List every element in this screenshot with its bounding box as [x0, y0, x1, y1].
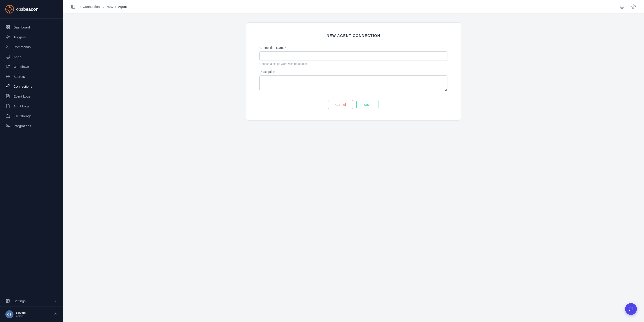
- form-card: NEW AGENT CONNECTION Connection Name* Ch…: [246, 22, 461, 121]
- breadcrumb-sep2: ›: [103, 4, 104, 9]
- breadcrumb-sep3: ›: [115, 4, 116, 9]
- svg-marker-10: [6, 35, 10, 39]
- breadcrumb-new[interactable]: New: [106, 5, 113, 8]
- svg-rect-8: [6, 27, 8, 29]
- description-input[interactable]: [260, 75, 448, 91]
- git-branch-icon: [6, 64, 10, 69]
- clipboard-icon: [6, 104, 10, 108]
- svg-point-26: [8, 301, 8, 302]
- sidebar-item-workflows[interactable]: Workflows: [0, 62, 63, 71]
- avatar: OB: [6, 310, 14, 319]
- form-title: NEW AGENT CONNECTION: [260, 34, 448, 38]
- svg-point-1: [8, 7, 12, 11]
- connection-name-hint: Choose a single word with no spaces.: [260, 62, 448, 65]
- monitor-icon: [6, 54, 10, 59]
- settings-button[interactable]: [630, 3, 638, 11]
- sidebar-item-file-storage[interactable]: File Storage: [0, 111, 63, 121]
- folder-icon: [6, 113, 10, 118]
- settings-icon: [6, 299, 10, 303]
- breadcrumb-sep: ›: [80, 5, 81, 8]
- svg-rect-27: [72, 5, 75, 8]
- sidebar-item-secrets[interactable]: Secrets: [0, 71, 63, 81]
- sidebar-item-event-logs[interactable]: Event Logs: [0, 91, 63, 101]
- svg-rect-7: [8, 25, 10, 27]
- save-button[interactable]: Save: [356, 100, 379, 109]
- description-label: Description: [260, 70, 448, 73]
- sidebar-item-audit-logs[interactable]: Audit Logs: [0, 101, 63, 111]
- sidebar-item-dashboard[interactable]: Dashboard: [0, 22, 63, 32]
- sidebar-item-label: Secrets: [14, 75, 25, 78]
- connection-name-label: Connection Name*: [260, 46, 448, 49]
- svg-rect-29: [620, 5, 624, 8]
- user-name: Sevket: [16, 311, 26, 315]
- asterisk-icon: [6, 74, 10, 79]
- sidebar-item-label: Integrations: [14, 124, 31, 128]
- cancel-button[interactable]: Cancel: [328, 100, 354, 109]
- sidebar: opsbeacon Dashboard Triggers Commands: [0, 0, 63, 322]
- zap-icon: [6, 34, 10, 39]
- sidebar-item-triggers[interactable]: Triggers: [0, 32, 63, 42]
- sidebar-item-label: Connections: [14, 84, 32, 88]
- sidebar-item-commands[interactable]: Commands: [0, 42, 63, 52]
- breadcrumb-connections[interactable]: Connections: [83, 5, 102, 8]
- logo: opsbeacon: [0, 0, 63, 19]
- user-details: Sevket admin: [16, 311, 26, 318]
- terminal-panel-button[interactable]: [618, 3, 626, 11]
- main-content: › Connections › New › Agent NEW AGENT CO…: [63, 0, 644, 322]
- sidebar-item-label: Audit Logs: [14, 104, 30, 108]
- svg-point-17: [6, 67, 8, 68]
- logo-text: opsbeacon: [16, 7, 38, 12]
- users-icon: [6, 123, 10, 128]
- sidebar-footer: OB Sevket admin: [0, 307, 63, 322]
- grid-icon: [6, 25, 10, 29]
- sidebar-item-label: Apps: [14, 55, 21, 59]
- svg-rect-9: [8, 27, 10, 29]
- form-actions: Cancel Save: [260, 100, 448, 109]
- svg-rect-6: [6, 25, 8, 27]
- chevron-right-icon: [54, 299, 58, 303]
- sidebar-item-label: Commands: [14, 45, 31, 49]
- sidebar-item-label: Dashboard: [14, 25, 30, 29]
- sidebar-toggle-button[interactable]: [69, 3, 77, 11]
- sidebar-item-settings[interactable]: Settings: [0, 295, 63, 307]
- description-group: Description: [260, 70, 448, 92]
- expand-icon[interactable]: [54, 312, 58, 317]
- file-text-icon: [6, 94, 10, 99]
- topbar: › Connections › New › Agent: [63, 0, 644, 13]
- svg-rect-24: [7, 104, 9, 105]
- sidebar-settings-label: Settings: [14, 299, 26, 303]
- sidebar-item-label: File Storage: [14, 114, 32, 118]
- user-role: admin: [16, 315, 26, 318]
- svg-point-25: [6, 124, 8, 126]
- sidebar-item-apps[interactable]: Apps: [0, 52, 63, 62]
- sidebar-item-connections[interactable]: Connections: [0, 81, 63, 91]
- terminal-icon: [6, 44, 10, 49]
- connection-name-group: Connection Name* Choose a single word wi…: [260, 46, 448, 65]
- svg-point-32: [633, 6, 634, 7]
- user-info: OB Sevket admin: [6, 310, 26, 319]
- sidebar-item-label: Workflows: [14, 65, 29, 69]
- svg-point-16: [8, 65, 10, 66]
- breadcrumb: › Connections › New › Agent: [80, 4, 127, 9]
- topbar-actions: [618, 3, 638, 11]
- svg-rect-12: [6, 55, 10, 58]
- chat-bubble-button[interactable]: [625, 303, 637, 315]
- sidebar-nav: Dashboard Triggers Commands Apps Workflo: [0, 19, 63, 295]
- sidebar-item-label: Event Logs: [14, 94, 30, 98]
- sidebar-item-integrations[interactable]: Integrations: [0, 121, 63, 131]
- page-content: NEW AGENT CONNECTION Connection Name* Ch…: [63, 13, 644, 322]
- sidebar-item-label: Triggers: [14, 35, 26, 39]
- breadcrumb-agent: Agent: [118, 5, 127, 8]
- logo-icon: [6, 5, 14, 13]
- link-icon: [6, 84, 10, 89]
- connection-name-input[interactable]: [260, 51, 448, 61]
